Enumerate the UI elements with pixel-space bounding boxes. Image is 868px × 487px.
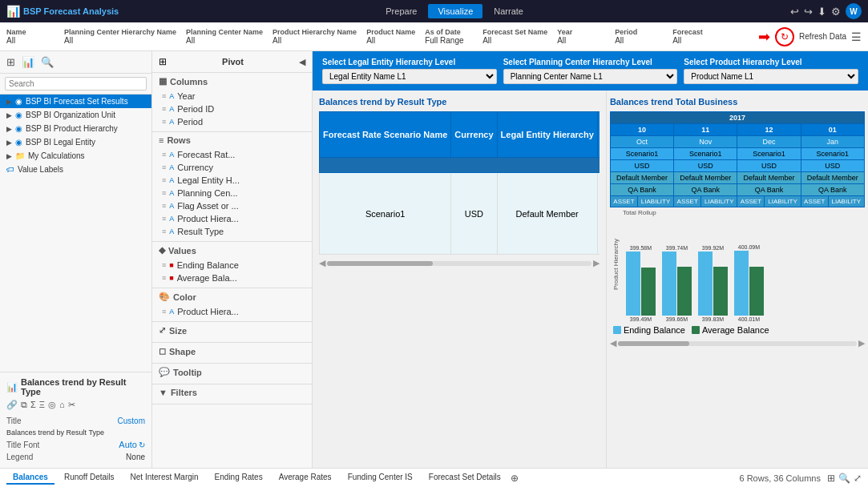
- tab-ending-rates[interactable]: Ending Rates: [208, 471, 269, 485]
- target-icon[interactable]: ◎: [48, 400, 56, 410]
- bar-group-dec: 399.92M 399.83M: [698, 245, 728, 322]
- sidebar-item-my-calculations[interactable]: ▶ 📁 My Calculations: [0, 149, 151, 163]
- settings-icon[interactable]: ⚙: [831, 6, 841, 18]
- filter-menu-icon[interactable]: ☰: [851, 30, 862, 43]
- td-dec-month: Dec: [737, 136, 801, 148]
- td-member-dec: Default Member: [737, 172, 801, 184]
- bar-green-nov: [677, 267, 692, 316]
- sidebar-item-value-labels[interactable]: 🏷 Value Labels: [0, 163, 151, 176]
- table-scrollbar[interactable]: ◀ ▶: [319, 258, 600, 268]
- pivot-col-year[interactable]: ≡ A Year: [159, 90, 305, 103]
- sidebar-item-product-hierarchy[interactable]: ▶ ◉ BSP BI Product Hierarchy: [0, 122, 151, 135]
- tab-narrate[interactable]: Narrate: [484, 4, 533, 18]
- tab-balances[interactable]: Balances: [6, 471, 55, 485]
- expand-icon[interactable]: ⤢: [854, 473, 862, 484]
- chart2-header-table: 2017 10 11 12 01 Oct Nov Dec: [610, 111, 865, 207]
- filter-planning-name: Planning Center Name All: [186, 28, 263, 45]
- tab-runoff[interactable]: Runoff Details: [58, 471, 121, 485]
- app-title: BSP Forecast Analysis: [23, 6, 119, 16]
- undo-icon[interactable]: ↩: [790, 6, 799, 18]
- product-select[interactable]: Product Name L1 Product Name L2: [684, 69, 858, 84]
- pivot-rows-section: ≡ Rows ≡ A Forecast Rat... ≡ A Currency …: [152, 132, 312, 242]
- td-usd-dec: USD: [737, 160, 801, 172]
- list-icon[interactable]: Ξ: [39, 400, 45, 410]
- pivot-collapse-icon[interactable]: ◀: [299, 57, 305, 67]
- user-avatar[interactable]: W: [846, 3, 862, 19]
- td-liab-nov: LIABILITY: [701, 196, 737, 207]
- pivot-row-flag[interactable]: ≡ A Flag Asset or ...: [159, 199, 305, 212]
- pivot-row-legal[interactable]: ≡ A Legal Entity H...: [159, 174, 305, 187]
- td-asset-jan: ASSET: [801, 196, 828, 207]
- refresh-button[interactable]: ↻: [775, 27, 794, 46]
- chart2-title: Balances trend Total Business: [610, 97, 865, 107]
- drag-icon: ≡: [162, 151, 166, 159]
- legend-dot-green: [692, 326, 700, 334]
- download-icon[interactable]: ⬇: [818, 6, 826, 18]
- cut-icon[interactable]: ✂: [68, 400, 75, 410]
- tab-funding-center[interactable]: Funding Center IS: [341, 471, 419, 485]
- pivot-row-forecast[interactable]: ≡ A Forecast Rat...: [159, 148, 305, 161]
- td-scenario-dec: Scenario1: [737, 148, 801, 160]
- td-scenario-nov: Scenario1: [674, 148, 737, 160]
- pivot-row-currency[interactable]: ≡ A Currency: [159, 161, 305, 174]
- sum-icon[interactable]: Σ: [30, 400, 36, 410]
- td-asset-nov: ASSET: [674, 196, 701, 207]
- text-icon: A: [169, 227, 174, 235]
- bar-label-nov-top: 399.74M: [666, 245, 688, 251]
- copy-icon[interactable]: ⧉: [21, 400, 27, 410]
- sidebar-search-icon[interactable]: 🔍: [41, 56, 54, 68]
- redo-icon[interactable]: ↪: [804, 6, 813, 18]
- pivot-header: ⊞ Pivot ◀: [152, 51, 312, 73]
- pivot-val-ending[interactable]: ≡ ■ Ending Balance: [159, 259, 305, 272]
- filter-period: Period All: [615, 28, 663, 45]
- sidebar-item-forecast-results[interactable]: ▶ ◉ BSP BI Forecast Set Results: [0, 95, 151, 108]
- bar-blue-dec: [698, 252, 713, 316]
- sidebar-grid-icon[interactable]: ⊞: [6, 56, 15, 68]
- pivot-row-product[interactable]: ≡ A Product Hiera...: [159, 212, 305, 225]
- refresh-small-icon[interactable]: ↻: [139, 441, 145, 449]
- legal-entity-label: Select Legal Entity Hierarchy Level: [322, 58, 497, 66]
- chart2-scrollbar[interactable]: ◀ ▶: [610, 338, 865, 348]
- planning-center-selector: Select Planning Center Hierarchy Level P…: [503, 58, 678, 84]
- td-bank-dec: QA Bank: [737, 184, 801, 196]
- total-rollup-label: Total Rollup: [623, 207, 865, 218]
- bar-blue-oct: [626, 252, 640, 316]
- drag-icon: ≡: [162, 189, 166, 197]
- top-bar-tabs: Prepare Visualize Narrate: [376, 4, 533, 18]
- fit-icon[interactable]: ⊞: [827, 473, 835, 484]
- legal-entity-select[interactable]: Legal Entity Name L1 Legal Entity Name L…: [322, 69, 497, 84]
- pivot-row-result[interactable]: ≡ A Result Type: [159, 225, 305, 238]
- sidebar-item-org-unit[interactable]: ▶ ◉ BSP BI Organization Unit: [0, 108, 151, 122]
- pivot-col-period-id[interactable]: ≡ A Period ID: [159, 103, 305, 115]
- text-icon: A: [169, 151, 174, 159]
- tab-forecast-set[interactable]: Forecast Set Details: [422, 471, 507, 485]
- refresh-data-label[interactable]: Refresh Data: [799, 32, 846, 41]
- home-icon[interactable]: ⌂: [59, 400, 65, 410]
- search-input[interactable]: [5, 77, 147, 91]
- planning-center-select[interactable]: Planning Center Name L1 Planning Center …: [503, 69, 678, 84]
- tab-visualize[interactable]: Visualize: [428, 4, 482, 18]
- legend-average-balance: Average Balance: [692, 325, 769, 335]
- sidebar-item-legal-entity[interactable]: ▶ ◉ BSP BI Legal Entity: [0, 135, 151, 149]
- filter-product-hierarchy: Product Hierarchy Name All: [273, 28, 357, 45]
- link-icon[interactable]: 🔗: [6, 400, 18, 410]
- drag-icon: ≡: [162, 308, 166, 316]
- search-box: [0, 74, 151, 95]
- td-planning: QA Bank: [597, 173, 600, 255]
- sidebar-chart-icon[interactable]: 📊: [22, 56, 34, 68]
- tab-prepare[interactable]: Prepare: [376, 4, 426, 18]
- chart1-table-scroll[interactable]: Forecast Rate Scenario Name Currency Leg…: [319, 111, 600, 255]
- td-asset-oct: ASSET: [610, 196, 637, 207]
- add-tab-icon[interactable]: ⊕: [511, 473, 519, 484]
- pivot-col-period[interactable]: ≡ A Period: [159, 115, 305, 128]
- drag-icon: ≡: [162, 274, 166, 282]
- pivot-val-average[interactable]: ≡ ■ Average Bala...: [159, 272, 305, 284]
- tab-net-interest[interactable]: Net Interest Margin: [124, 471, 205, 485]
- tab-average-rates[interactable]: Average Rates: [273, 471, 338, 485]
- zoom-out-icon[interactable]: 🔍: [838, 473, 850, 484]
- pivot-row-planning[interactable]: ≡ A Planning Cen...: [159, 187, 305, 199]
- bar-blue-nov: [662, 252, 676, 316]
- td-member-jan: Default Member: [801, 172, 864, 184]
- pivot-color-product[interactable]: ≡ A Product Hiera...: [159, 305, 305, 318]
- expand-icon: ▶: [6, 125, 12, 133]
